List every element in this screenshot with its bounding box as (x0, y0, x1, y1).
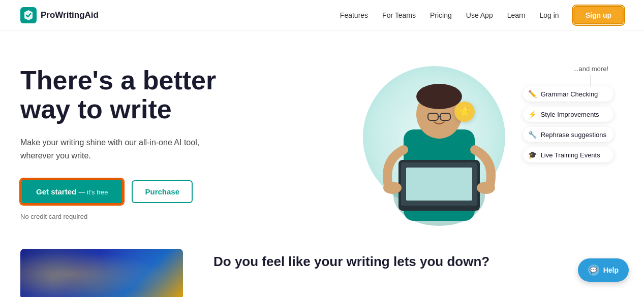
rephrase-icon: 🔧 (528, 130, 537, 139)
help-label: Help (603, 266, 619, 274)
feature-pills: ✏️ Grammar Checking ⚡ Style Improvements… (523, 86, 614, 162)
training-icon: 🎓 (528, 151, 537, 159)
star-badge: ⭐ (454, 102, 475, 122)
help-bubble[interactable]: 💬 Help (578, 258, 629, 282)
get-started-button[interactable]: Get started — it's free (20, 179, 124, 205)
pill-grammar: ✏️ Grammar Checking (523, 86, 614, 102)
hero-left: There's a better way to write Make your … (20, 56, 322, 220)
help-chat-icon: 💬 (588, 265, 599, 276)
logo-icon (20, 7, 37, 23)
svg-point-12 (477, 182, 495, 194)
svg-point-11 (383, 182, 402, 194)
purchase-button[interactable]: Purchase (132, 180, 193, 203)
grammar-icon: ✏️ (528, 90, 537, 98)
style-icon: ⚡ (528, 110, 537, 118)
nav-learn[interactable]: Learn (507, 11, 526, 19)
hero-section: There's a better way to write Make your … (0, 30, 644, 239)
bottom-image (20, 249, 183, 297)
nav-features[interactable]: Features (340, 11, 368, 19)
pill-rephrase: 🔧 Rephrase suggestions (523, 127, 614, 142)
header: ProWritingAid Features For Teams Pricing… (0, 0, 644, 30)
pill-style: ⚡ Style Improvements (523, 107, 614, 122)
bottom-right: Do you feel like your writing lets you d… (213, 249, 624, 270)
no-credit-text: No credit card required (20, 213, 322, 220)
hero-buttons: Get started — it's free Purchase (20, 179, 322, 205)
hero-subtitle: Make your writing shine with our all-in-… (20, 136, 213, 162)
image-overlay (20, 249, 183, 297)
nav-pricing[interactable]: Pricing (430, 11, 452, 19)
hero-title: There's a better way to write (20, 66, 322, 124)
nav-use-app[interactable]: Use App (466, 11, 493, 19)
person-illustration (373, 58, 505, 231)
svg-rect-5 (406, 168, 472, 201)
login-link[interactable]: Log in (540, 11, 559, 19)
bottom-section: Do you feel like your writing lets you d… (0, 239, 644, 297)
svg-point-7 (416, 84, 462, 109)
nav-teams[interactable]: For Teams (382, 11, 416, 19)
signup-button[interactable]: Sign up (573, 6, 624, 24)
logo-text: ProWritingAid (41, 10, 99, 20)
pill-training: 🎓 Live Training Events (523, 147, 614, 162)
logo[interactable]: ProWritingAid (20, 7, 99, 23)
main-nav: Features For Teams Pricing Use App Learn… (340, 6, 624, 24)
bottom-heading: Do you feel like your writing lets you d… (213, 254, 624, 270)
hero-right: ⭐ (322, 56, 624, 228)
